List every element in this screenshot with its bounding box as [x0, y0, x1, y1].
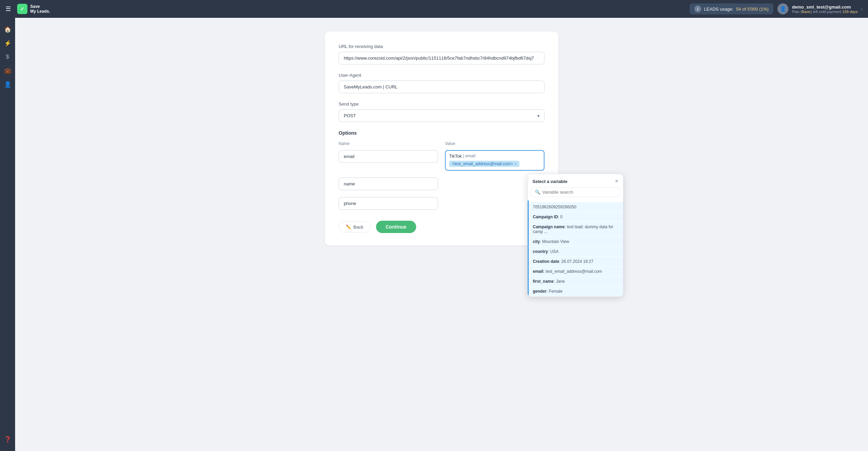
- options-section: Options Name Value TikTok | email:: [339, 130, 544, 210]
- list-item[interactable]: email: test_email_address@mail.com: [529, 267, 623, 276]
- avatar: 👤: [777, 3, 788, 14]
- list-item[interactable]: Creation date: 26.07.2024 16:27: [529, 257, 623, 266]
- send-type-field-group: Send type POST GET PUT PATCH DELETE ▾: [339, 101, 544, 122]
- name-input-1: [339, 150, 438, 171]
- dropdown-header: Select a variable ×: [528, 174, 623, 187]
- url-input[interactable]: [339, 52, 544, 64]
- tag-remove-icon[interactable]: ×: [514, 162, 516, 166]
- info-icon: i: [694, 5, 701, 12]
- variable-list: 7051862609259266050Campaign ID: 0Campaig…: [528, 200, 623, 296]
- options-row-2: [339, 178, 544, 190]
- pencil-icon: ✏️: [346, 224, 351, 230]
- value-field-1[interactable]: TikTok | email: <test_email_address@mail…: [445, 150, 544, 171]
- plan-days: 159 days: [842, 10, 858, 14]
- options-row-3: [339, 197, 544, 210]
- user-agent-field-group: User-Agent: [339, 73, 544, 93]
- send-type-select-wrapper: POST GET PUT PATCH DELETE ▾: [339, 109, 544, 122]
- send-type-select[interactable]: POST GET PUT PATCH DELETE: [339, 109, 544, 122]
- topbar: ☰ ✓ Save My Leads. i LEADS usage: 54 of …: [0, 0, 868, 18]
- logo-text: Save My Leads.: [30, 4, 50, 14]
- usage-count: 54 of 5'000 (1%): [736, 7, 769, 12]
- list-item[interactable]: first_name: Jane: [529, 277, 623, 286]
- value-sep: | email:: [463, 154, 476, 158]
- name-input-3: [339, 197, 438, 210]
- list-item[interactable]: country: USA: [529, 247, 623, 256]
- user-menu[interactable]: 👤 demo_sml_test@gmail.com Plan |Basic| l…: [777, 3, 863, 14]
- list-item[interactable]: city: Mountain View: [529, 237, 623, 246]
- user-plan: Plan |Basic| left until payment 159 days: [792, 10, 858, 14]
- user-agent-input[interactable]: [339, 81, 544, 93]
- sidebar-item-tasks[interactable]: 💼: [1, 64, 14, 77]
- sidebar-item-account[interactable]: 👤: [1, 78, 14, 90]
- usage-label: LEADS usage:: [704, 7, 733, 12]
- name-field-1[interactable]: [339, 150, 438, 163]
- dropdown-search: 🔍: [528, 187, 623, 200]
- options-header: Name Value: [339, 141, 544, 148]
- logo: ✓ Save My Leads.: [17, 4, 58, 14]
- form-card: URL for receiving data User-Agent Send t…: [325, 32, 558, 245]
- sidebar-item-connections[interactable]: ⚡: [1, 37, 14, 49]
- sidebar-item-help[interactable]: ❓: [1, 433, 14, 446]
- search-box: 🔍: [531, 187, 620, 197]
- plan-name: Basic: [801, 10, 811, 14]
- list-item[interactable]: Campaign ID: 0: [529, 212, 623, 222]
- list-item[interactable]: 7051862609259266050: [529, 202, 623, 212]
- hamburger-icon[interactable]: ☰: [5, 5, 11, 13]
- user-info: demo_sml_test@gmail.com Plan |Basic| lef…: [792, 4, 858, 14]
- name-input-2: [339, 178, 438, 190]
- value-prefix: TikTok: [449, 154, 462, 159]
- continue-button[interactable]: Continue: [376, 221, 416, 233]
- search-icon: 🔍: [535, 190, 540, 195]
- list-item[interactable]: gender: Female: [529, 287, 623, 296]
- list-item[interactable]: Campaign name: test lead: dummy data for…: [529, 222, 623, 236]
- usage-badge: i LEADS usage: 54 of 5'000 (1%): [690, 3, 773, 14]
- chevron-down-icon[interactable]: ›: [861, 7, 863, 11]
- tag-text: <test_email_address@mail.com>: [452, 161, 513, 166]
- close-icon[interactable]: ×: [615, 178, 618, 184]
- options-row-1: TikTok | email: <test_email_address@mail…: [339, 150, 544, 171]
- url-field-group: URL for receiving data: [339, 44, 544, 64]
- variable-dropdown: Select a variable × 🔍 705186260925926605…: [527, 174, 623, 297]
- logo-icon: ✓: [17, 4, 27, 14]
- back-label: Back: [353, 224, 363, 230]
- form-footer: ✏️ Back Continue: [339, 221, 544, 233]
- name-col-label: Name: [339, 141, 438, 146]
- send-type-label: Send type: [339, 101, 544, 107]
- sidebar-item-home[interactable]: 🏠: [1, 23, 14, 36]
- value-field-1-wrapper: TikTok | email: <test_email_address@mail…: [445, 150, 544, 171]
- user-email: demo_sml_test@gmail.com: [792, 4, 858, 10]
- dropdown-title: Select a variable: [532, 179, 567, 184]
- back-button[interactable]: ✏️ Back: [339, 221, 371, 233]
- name-field-2[interactable]: [339, 178, 438, 190]
- name-field-3[interactable]: [339, 197, 438, 210]
- variable-search-input[interactable]: [542, 190, 616, 195]
- sidebar-item-billing[interactable]: $: [1, 51, 14, 63]
- email-tag: <test_email_address@mail.com> ×: [449, 161, 519, 167]
- content-area: URL for receiving data User-Agent Send t…: [15, 18, 868, 451]
- value-col-label: Value: [445, 141, 544, 146]
- sidebar: 🏠 ⚡ $ 💼 👤 ❓: [0, 18, 15, 451]
- user-agent-label: User-Agent: [339, 73, 544, 78]
- options-title: Options: [339, 130, 544, 136]
- url-label: URL for receiving data: [339, 44, 544, 49]
